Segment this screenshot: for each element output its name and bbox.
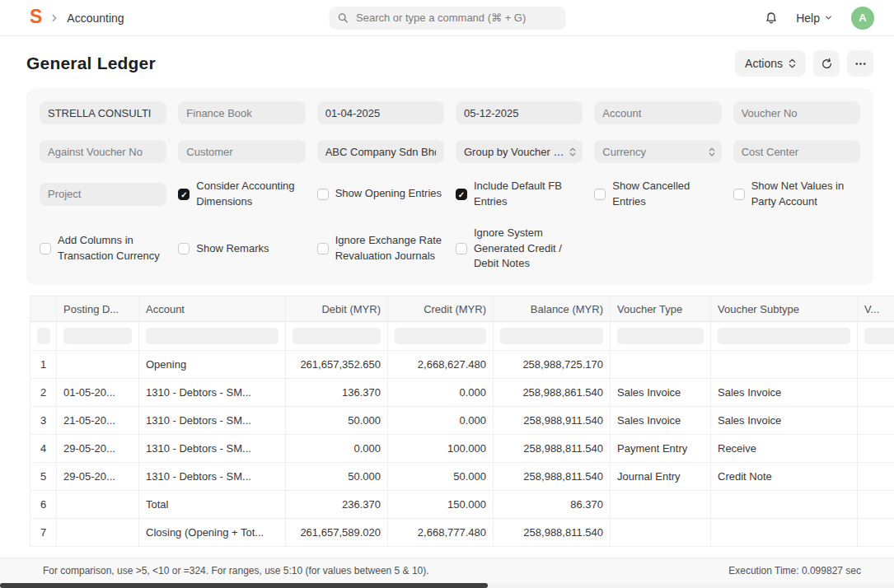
checkbox-box <box>317 243 329 254</box>
table-row[interactable]: 3 21-05-20... 1310 - Debtors - SM... 50.… <box>30 407 894 435</box>
actions-button[interactable]: Actions <box>735 50 806 77</box>
column-header-voucher-no[interactable]: V... <box>858 296 894 321</box>
column-filter-input[interactable] <box>63 328 132 344</box>
table-row[interactable]: 5 29-05-20... 1310 - Debtors - SM... 50.… <box>30 463 894 491</box>
column-header-index[interactable] <box>30 296 57 321</box>
checkbox-consider-accounting-dimensions[interactable]: Consider Accounting Dimensions <box>178 179 305 210</box>
currency-placeholder: Currency <box>602 146 646 158</box>
checkbox-include-default-fb-entries[interactable]: Include Default FB Entries <box>456 179 583 210</box>
cell-voucher-subtype: Credit Note <box>711 463 858 490</box>
breadcrumb-accounting[interactable]: Accounting <box>67 12 124 25</box>
checkbox-show-net-values-in-party-account[interactable]: Show Net Values in Party Account <box>733 179 860 210</box>
cell-posting-date: 29-05-20... <box>57 463 139 490</box>
cell-voucher-type: Payment Entry <box>611 435 711 462</box>
checkbox-ignore-exchange-rate-revaluation-journals[interactable]: Ignore Exchange Rate Revaluation Journal… <box>317 233 444 264</box>
filter-project[interactable] <box>40 183 166 206</box>
table-row-total[interactable]: 6 Total 236.370 150.000 86.370 <box>30 491 894 519</box>
cell-account: Opening <box>139 351 286 378</box>
column-header-voucher-subtype[interactable]: Voucher Subtype <box>711 296 858 321</box>
navbar-left: S Accounting <box>30 8 124 27</box>
chevron-up-down-icon <box>709 147 715 157</box>
column-filter-input[interactable] <box>617 328 704 344</box>
cell-posting-date: 21-05-20... <box>57 407 139 434</box>
filter-voucher-no[interactable] <box>733 101 860 124</box>
cell-voucher-type <box>611 351 711 378</box>
checkbox-label: Consider Accounting Dimensions <box>196 179 305 210</box>
cell-account: 1310 - Debtors - SM... <box>139 463 286 490</box>
column-filter-input[interactable] <box>500 328 603 344</box>
checkbox-box <box>456 243 467 254</box>
app-logo[interactable]: S <box>30 7 42 26</box>
notifications-button[interactable] <box>765 12 778 25</box>
filter-to-date[interactable] <box>456 101 583 124</box>
cell-account: 1310 - Debtors - SM... <box>139 379 286 406</box>
menu-button[interactable] <box>847 50 873 77</box>
column-header-voucher-type[interactable]: Voucher Type <box>611 296 711 321</box>
cell-voucher-subtype <box>711 491 858 518</box>
filter-cost-center[interactable] <box>733 140 860 163</box>
cell-debit: 50.000 <box>286 463 388 490</box>
checkbox-show-opening-entries[interactable]: Show Opening Entries <box>317 186 444 202</box>
cell-balance: 258,988,811.540 <box>494 435 611 462</box>
table-row[interactable]: 1 Opening 261,657,352.650 2,668,627.480 … <box>30 351 894 379</box>
checkbox-show-cancelled-entries[interactable]: Show Cancelled Entries <box>594 179 721 210</box>
checkbox-box <box>178 243 190 254</box>
column-header-credit[interactable]: Credit (MYR) <box>388 296 494 321</box>
column-filter-input[interactable] <box>293 328 381 344</box>
checkbox-show-remarks[interactable]: Show Remarks <box>178 241 305 257</box>
filter-against-voucher-no[interactable] <box>40 140 166 163</box>
column-filter-input[interactable] <box>146 328 278 344</box>
filter-cell <box>57 322 139 350</box>
execution-time: Execution Time: 0.099827 sec <box>728 565 861 576</box>
help-menu[interactable]: Help <box>791 11 838 26</box>
filter-customer[interactable] <box>178 140 305 163</box>
table-header-row: Posting D... Account Debit (MYR) Credit … <box>30 296 894 322</box>
column-header-balance[interactable]: Balance (MYR) <box>494 296 611 321</box>
cell-index: 5 <box>30 463 57 490</box>
cell-debit: 236.370 <box>286 491 388 518</box>
cell-balance: 258,988,811.540 <box>494 519 611 546</box>
cell-debit: 261,657,352.650 <box>286 351 388 378</box>
cell-posting-date: 01-05-20... <box>57 379 139 406</box>
cell-credit: 0.000 <box>388 379 494 406</box>
cell-voucher-no <box>858 351 894 378</box>
filter-currency[interactable]: Currency <box>594 140 721 163</box>
filter-group-by[interactable]: Group by Voucher (Consolidated) <box>456 140 583 163</box>
checkbox-box <box>733 189 745 200</box>
column-filter-input[interactable] <box>395 328 486 344</box>
filter-account[interactable] <box>594 101 721 124</box>
column-filter-input[interactable] <box>864 328 894 344</box>
filter-party[interactable] <box>317 140 444 163</box>
column-filter-input[interactable] <box>37 328 50 344</box>
column-filter-input[interactable] <box>718 328 850 344</box>
checkbox-box <box>456 189 467 200</box>
table-row[interactable]: 2 01-05-20... 1310 - Debtors - SM... 136… <box>30 379 894 407</box>
checkbox-label: Show Remarks <box>196 241 269 257</box>
column-header-posting-date[interactable]: Posting D... <box>57 296 139 321</box>
ellipsis-icon <box>854 58 867 70</box>
checkbox-add-columns-in-transaction-currency[interactable]: Add Columns in Transaction Currency <box>40 233 166 264</box>
cell-voucher-no <box>858 519 894 546</box>
column-header-debit[interactable]: Debit (MYR) <box>286 296 388 321</box>
filter-company[interactable] <box>40 101 166 124</box>
cell-voucher-subtype: Sales Invoice <box>711 407 858 434</box>
refresh-button[interactable] <box>813 50 840 77</box>
filter-cell <box>388 322 494 350</box>
filter-from-date[interactable] <box>317 101 444 124</box>
navbar: S Accounting Help A <box>0 0 894 36</box>
avatar[interactable]: A <box>851 7 874 30</box>
horizontal-scrollbar[interactable] <box>0 583 894 588</box>
global-search[interactable] <box>329 7 565 30</box>
cell-debit: 261,657,589.020 <box>286 519 388 546</box>
cell-debit: 0.000 <box>286 435 388 462</box>
help-label: Help <box>796 12 820 25</box>
scrollbar-thumb[interactable] <box>0 583 488 588</box>
column-header-account[interactable]: Account <box>139 296 286 321</box>
checkbox-ignore-system-generated-credit-debit-notes[interactable]: Ignore System Generated Credit / Debit N… <box>456 226 583 273</box>
chevron-up-down-icon <box>569 147 576 157</box>
table-row-closing[interactable]: 7 Closing (Opening + Tot... 261,657,589.… <box>30 519 894 547</box>
cell-voucher-subtype <box>711 519 858 546</box>
table-row[interactable]: 4 29-05-20... 1310 - Debtors - SM... 0.0… <box>30 435 894 463</box>
filter-finance-book[interactable] <box>178 101 305 124</box>
search-input[interactable] <box>354 11 557 25</box>
